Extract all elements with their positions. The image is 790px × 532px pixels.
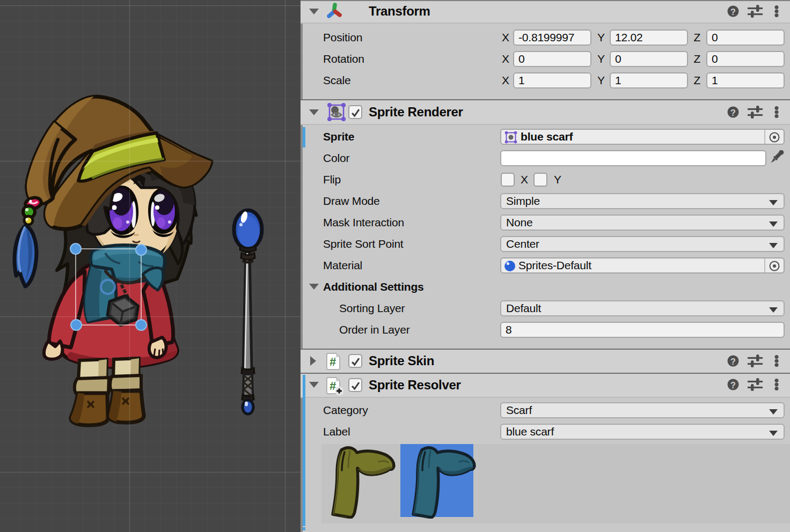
- svg-text:#: #: [330, 355, 336, 368]
- svg-text:?: ?: [730, 8, 736, 17]
- svg-text:?: ?: [730, 381, 736, 390]
- svg-text:?: ?: [730, 108, 736, 117]
- svg-text:?: ?: [730, 357, 736, 366]
